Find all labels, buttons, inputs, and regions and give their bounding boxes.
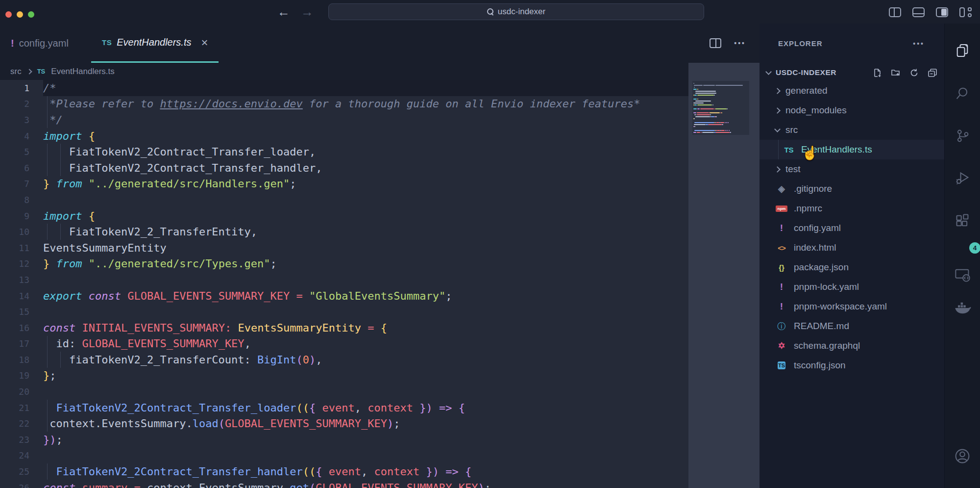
code-line-9[interactable]: 9import { xyxy=(0,208,688,224)
line-number: 1 xyxy=(0,83,43,93)
tab-config-yaml[interactable]: ! config.yaml xyxy=(0,24,91,63)
account-icon[interactable] xyxy=(954,448,971,464)
code-line-17[interactable]: 17 id: GLOBAL_EVENTS_SUMMARY_KEY, xyxy=(0,336,688,352)
explorer-more-icon[interactable]: ••• xyxy=(913,40,925,48)
minimap[interactable] xyxy=(692,81,749,135)
tree-item-config-yaml[interactable]: !config.yaml xyxy=(760,218,944,238)
code-line-8[interactable]: 8 xyxy=(0,192,688,208)
line-number: 22 xyxy=(0,418,43,429)
line-number: 16 xyxy=(0,323,43,333)
line-number: 2 xyxy=(0,99,43,109)
code-line-22[interactable]: 22 context.EventsSummary.load(GLOBAL_EVE… xyxy=(0,415,688,432)
navigate-forward-icon[interactable]: → xyxy=(301,5,314,18)
code-line-11[interactable]: 11EventsSummaryEntity xyxy=(0,240,688,256)
line-number: 14 xyxy=(0,291,43,301)
tab-label: config.yaml xyxy=(19,38,69,49)
tree-item-tsconfig-json[interactable]: TStsconfig.json xyxy=(760,356,944,375)
breadcrumb: src TS EventHandlers.ts xyxy=(0,63,760,80)
code-line-1[interactable]: 1/* xyxy=(0,80,688,96)
info-file-icon: ⓘ xyxy=(775,321,788,332)
toggle-panel-icon[interactable] xyxy=(912,7,925,17)
split-editor-icon[interactable] xyxy=(710,38,721,48)
code-line-14[interactable]: 14export const GLOBAL_EVENTS_SUMMARY_KEY… xyxy=(0,288,688,304)
tree-item-schema-graphql[interactable]: ✡schema.graphql xyxy=(760,336,944,356)
breadcrumb-file[interactable]: EventHandlers.ts xyxy=(51,67,114,77)
npm-file-icon: npm xyxy=(776,205,787,212)
zoom-window-button[interactable] xyxy=(28,11,34,18)
tree-item-node-modules[interactable]: node_modules xyxy=(760,101,944,120)
line-number: 24 xyxy=(0,450,43,461)
line-number: 20 xyxy=(0,386,43,397)
code-line-15[interactable]: 15 xyxy=(0,304,688,320)
code-line-10[interactable]: 10 FiatTokenV2_2_TransferEntity, xyxy=(0,224,688,240)
search-icon[interactable] xyxy=(955,85,970,101)
collapse-folders-icon[interactable] xyxy=(928,68,937,77)
code-line-20[interactable]: 20 xyxy=(0,384,688,400)
line-number: 11 xyxy=(0,243,43,253)
code-line-7[interactable]: 7} from "../generated/src/Handlers.gen"; xyxy=(0,176,688,192)
more-actions-icon[interactable]: ••• xyxy=(734,39,746,47)
code-line-16[interactable]: 16const INITIAL_EVENTS_SUMMARY: EventsSu… xyxy=(0,320,688,336)
tree-item-test[interactable]: test xyxy=(760,159,944,179)
code-line-19[interactable]: 19}; xyxy=(0,368,688,384)
project-root-row[interactable]: USDC-INDEXER xyxy=(766,63,937,82)
code-line-23[interactable]: 23}); xyxy=(0,432,688,448)
tab-label: EventHandlers.ts xyxy=(117,37,191,48)
refresh-explorer-icon[interactable] xyxy=(909,68,919,77)
toggle-right-sidebar-icon[interactable] xyxy=(936,7,948,17)
code-line-6[interactable]: 6 FiatTokenV2_2Contract_Transfer_handler… xyxy=(0,160,688,176)
tree-item-src[interactable]: src xyxy=(760,120,944,140)
minimize-window-button[interactable] xyxy=(17,11,23,18)
explorer-icon[interactable] xyxy=(955,43,970,58)
code-line-2[interactable]: 2 *Please refer to https://docs.envio.de… xyxy=(0,96,688,112)
line-number: 4 xyxy=(0,131,43,141)
line-number: 5 xyxy=(0,147,43,157)
close-window-button[interactable] xyxy=(5,11,12,18)
line-number: 17 xyxy=(0,338,43,349)
code-line-13[interactable]: 13 xyxy=(0,272,688,288)
line-number: 12 xyxy=(0,258,43,269)
close-tab-icon[interactable]: × xyxy=(201,37,208,49)
code-line-24[interactable]: 24 xyxy=(0,448,688,464)
source-control-icon[interactable] xyxy=(955,128,970,144)
tree-item--gitignore[interactable]: ◈.gitignore xyxy=(760,179,944,199)
tree-item-pnpm-workspace-yaml[interactable]: !pnpm-workspace.yaml xyxy=(760,297,944,316)
vscode-window: ← → usdc-indexer ! config.yaml TS EventH… xyxy=(0,0,980,488)
navigate-back-icon[interactable]: ← xyxy=(277,5,290,18)
breadcrumb-folder[interactable]: src xyxy=(10,67,22,77)
indent-guide xyxy=(47,96,48,128)
new-folder-icon[interactable] xyxy=(891,68,901,77)
docker-icon[interactable] xyxy=(954,300,971,316)
extensions-icon[interactable] xyxy=(955,213,970,229)
tree-item-label: pnpm-workspace.yaml xyxy=(794,301,887,312)
indent-guide xyxy=(60,352,61,368)
tree-item--npmrc[interactable]: npm.npmrc xyxy=(760,199,944,218)
tree-item-index-html[interactable]: <>index.html xyxy=(760,238,944,257)
run-and-debug-icon[interactable] xyxy=(955,170,970,186)
command-center-label: usdc-indexer xyxy=(498,7,545,17)
code-line-18[interactable]: 18 fiatTokenV2_2_TransferCount: BigInt(0… xyxy=(0,352,688,368)
tree-item-generated[interactable]: generated xyxy=(760,81,944,101)
indent-guide xyxy=(47,224,48,240)
code-editor[interactable]: 1/*2 *Please refer to https://docs.envio… xyxy=(0,80,688,488)
toggle-columns-icon[interactable] xyxy=(889,7,901,17)
tree-item-pnpm-lock-yaml[interactable]: !pnpm-lock.yaml xyxy=(760,277,944,297)
code-line-4[interactable]: 4import { xyxy=(0,128,688,144)
tree-item-eventhandlers-ts[interactable]: TSEventHandlers.ts xyxy=(760,140,944,159)
indent-guide xyxy=(47,336,48,368)
code-line-25[interactable]: 25 FiatTokenV2_2Contract_Transfer_handle… xyxy=(0,463,688,480)
tree-item-readme-md[interactable]: ⓘREADME.md xyxy=(760,316,944,336)
remote-explorer-icon[interactable] xyxy=(954,267,971,283)
customize-layout-icon[interactable] xyxy=(959,7,972,18)
code-line-21[interactable]: 21 FiatTokenV2_2Contract_Transfer_loader… xyxy=(0,400,688,416)
code-line-5[interactable]: 5 FiatTokenV2_2Contract_Transfer_loader, xyxy=(0,144,688,160)
new-file-icon[interactable] xyxy=(873,68,882,77)
line-number: 23 xyxy=(0,435,43,445)
tab-eventhandlers-ts[interactable]: TS EventHandlers.ts × xyxy=(91,24,219,63)
code-line-12[interactable]: 12} from "../generated/src/Types.gen"; xyxy=(0,256,688,272)
yaml-exclamation-icon: ! xyxy=(11,38,14,49)
code-line-3[interactable]: 3 */ xyxy=(0,112,688,128)
code-line-26[interactable]: 26const summary = context.EventsSummary.… xyxy=(0,480,688,488)
tree-item-package-json[interactable]: {}package.json xyxy=(760,257,944,277)
command-center-search[interactable]: usdc-indexer xyxy=(328,3,704,20)
